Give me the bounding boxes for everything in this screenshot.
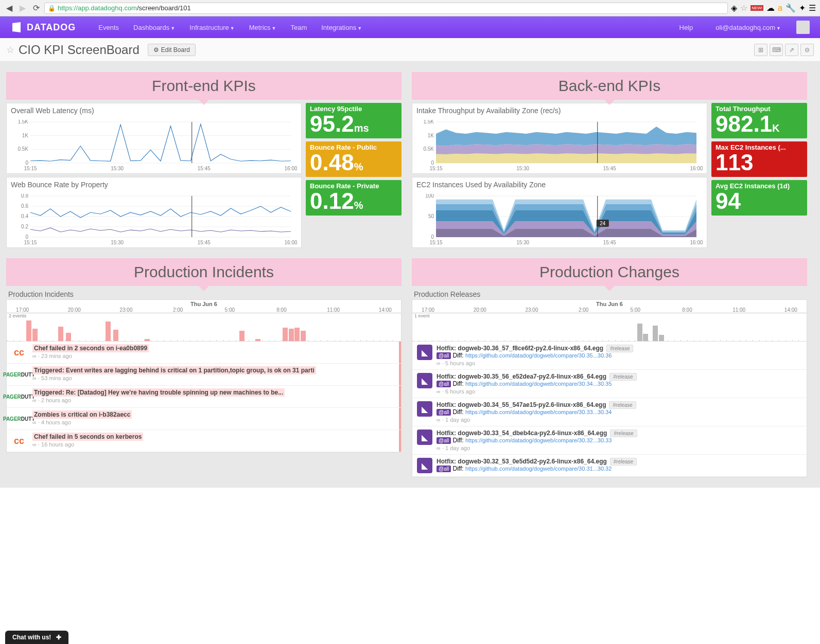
ext-icon[interactable]: ✦ xyxy=(799,3,806,13)
section-header: Production Incidents xyxy=(6,258,402,286)
diff-label: Diff: xyxy=(453,408,464,416)
event-severity-bar xyxy=(399,408,401,430)
avatar[interactable] xyxy=(796,21,810,34)
timeline-tick: 17:00 xyxy=(422,307,434,313)
svg-text:0.2: 0.2 xyxy=(21,224,28,229)
timeline-date: Thu Jun 6 xyxy=(412,300,807,307)
diff-link[interactable]: https://github.com/datadog/dogweb/compar… xyxy=(465,352,612,359)
timeline-bar xyxy=(113,330,118,342)
event-title: Hotfix: dogweb-30.36_57_f8ce6f2-py2.6-li… xyxy=(437,345,603,352)
chart-latency[interactable]: Overall Web Latency (ms) 00.5K1K1.5K15:1… xyxy=(6,103,302,174)
datadog-icon: ◣ xyxy=(417,430,432,445)
event-count: 2 events xyxy=(7,313,401,318)
kpi-value: 113 xyxy=(716,150,753,175)
datadog-icon: ◣ xyxy=(417,345,432,360)
logo[interactable]: DATADOG xyxy=(10,21,76,33)
remove-icon[interactable]: ⊖ xyxy=(800,44,814,56)
ext-icon[interactable]: 🔧 xyxy=(786,3,796,13)
back-button[interactable]: ◀ xyxy=(4,3,14,13)
svg-text:15:15: 15:15 xyxy=(24,166,37,171)
url-bar[interactable]: 🔒 https://app.datadoghq.com/screen/board… xyxy=(44,3,728,14)
kpi-tile[interactable]: Bounce Rate - Private0.12% xyxy=(306,180,402,216)
chart-bounce[interactable]: Web Bounce Rate by Property 00.20.40.60.… xyxy=(6,177,302,248)
svg-text:16:00: 16:00 xyxy=(284,166,297,171)
nav-infrastructure[interactable]: Infrastructure▼ xyxy=(182,24,242,31)
star-icon[interactable]: ☆ xyxy=(740,3,747,13)
event-item[interactable]: ◣Hotfix: dogweb-30.33_54_dbeb4ca-py2.6-l… xyxy=(412,426,807,455)
diff-link[interactable]: https://github.com/datadog/dogweb/compar… xyxy=(465,466,612,472)
svg-marker-40 xyxy=(436,153,696,163)
timeline-bar xyxy=(145,339,150,342)
svg-text:0.5K: 0.5K xyxy=(423,146,434,152)
all-badge: @all xyxy=(437,437,451,444)
nav-help[interactable]: Help xyxy=(672,24,701,31)
section-title: Production Incidents xyxy=(134,263,274,281)
user-menu[interactable]: oli@datadoghq.com▼ xyxy=(708,24,788,31)
diff-label: Diff: xyxy=(453,380,464,387)
kpi-unit: % xyxy=(354,161,363,172)
grid-icon[interactable]: ⊞ xyxy=(754,44,767,56)
kpi-column: Latency 95pctile95.2msBounce Rate - Publ… xyxy=(306,103,402,248)
section-frontend: Front-end KPIs Overall Web Latency (ms) … xyxy=(6,72,402,248)
event-count: 1 event xyxy=(412,313,807,318)
nav-integrations[interactable]: Integrations▼ xyxy=(314,24,369,31)
timeline[interactable]: Thu Jun 6 17:0020:0023:002:005:008:0011:… xyxy=(412,299,807,342)
svg-text:15:45: 15:45 xyxy=(198,240,211,245)
timeline-tick: 11:00 xyxy=(327,307,340,313)
ext-icon[interactable]: NEW! xyxy=(751,5,763,11)
event-item[interactable]: ◣Hotfix: dogweb-30.36_57_f8ce6f2-py2.6-l… xyxy=(412,342,807,370)
chart-svg: 00.20.40.60.815:1515:3015:4516:00 xyxy=(11,194,297,245)
timeline-tick: 11:00 xyxy=(732,307,745,313)
svg-text:16:00: 16:00 xyxy=(690,166,703,171)
event-item[interactable]: ccChef failed in 5 seconds on kerberos∞ … xyxy=(7,430,401,452)
event-item[interactable]: ◣Hotfix: dogweb-30.34_55_547ae15-py2.6-l… xyxy=(412,398,807,426)
event-item[interactable]: ◣Hotfix: dogweb-30.32_53_0e5d5d2-py2.6-l… xyxy=(412,455,807,477)
svg-text:100: 100 xyxy=(425,194,434,199)
gear-icon: ⚙ xyxy=(153,46,159,53)
kpi-tile[interactable]: Avg EC2 Instances (1d)94 xyxy=(711,180,807,216)
diff-link[interactable]: https://github.com/datadog/dogweb/compar… xyxy=(465,409,612,415)
kpi-tile[interactable]: Latency 95pctile95.2ms xyxy=(306,103,402,138)
timeline-bar xyxy=(32,329,38,342)
diff-link[interactable]: https://github.com/datadog/dogweb/compar… xyxy=(465,437,612,443)
kpi-tile[interactable]: Total Throughput982.1K xyxy=(711,103,807,138)
url-host: https://app.datadoghq.com xyxy=(58,4,137,12)
svg-text:0: 0 xyxy=(431,160,434,166)
star-icon[interactable]: ☆ xyxy=(6,44,14,56)
edit-board-button[interactable]: ⚙Edit Board xyxy=(148,44,196,56)
kpi-unit: % xyxy=(354,200,363,211)
svg-text:50: 50 xyxy=(428,213,434,219)
diff-label: Diff: xyxy=(453,437,464,444)
forward-button[interactable]: ▶ xyxy=(18,3,28,13)
event-item[interactable]: PAGERDUTYZombies is critical on i-b382ae… xyxy=(7,408,401,430)
keyboard-icon[interactable]: ⌨ xyxy=(770,44,783,56)
event-title: Hotfix: dogweb-30.32_53_0e5d5d2-py2.6-li… xyxy=(437,458,607,465)
ext-icon[interactable]: a xyxy=(778,4,782,13)
kpi-tile[interactable]: Max EC2 Instances (...113 xyxy=(711,141,807,177)
nav-team[interactable]: Team xyxy=(283,24,314,31)
nav-events[interactable]: Events xyxy=(91,24,126,31)
share-icon[interactable]: ⇗ xyxy=(785,44,798,56)
chart-ec2[interactable]: EC2 Instances Used by Availability Zone … xyxy=(412,177,707,248)
event-item[interactable]: ccChef failed in 2 seconds on i-ea0b0899… xyxy=(7,342,401,364)
reload-button[interactable]: ⟳ xyxy=(31,3,41,13)
nav-metrics[interactable]: Metrics▼ xyxy=(242,24,284,31)
chart-throughput[interactable]: Intake Throughput by Availability Zone (… xyxy=(412,103,707,174)
svg-text:1.5K: 1.5K xyxy=(423,120,434,124)
nav-dashboards[interactable]: Dashboards▼ xyxy=(126,24,182,31)
section-changes: Production Changes Production Releases T… xyxy=(412,258,807,477)
timeline-bar xyxy=(643,334,648,342)
diff-link[interactable]: https://github.com/datadog/dogweb/compar… xyxy=(465,381,612,387)
chart-svg: 00.5K1K1.5K15:1515:3015:4516:00 xyxy=(11,120,297,171)
svg-text:15:15: 15:15 xyxy=(429,166,442,171)
kpi-tile[interactable]: Bounce Rate - Public0.48% xyxy=(306,141,402,177)
timeline-bar xyxy=(637,324,642,342)
section-incidents: Production Incidents Production Incident… xyxy=(6,258,402,477)
ext-icon[interactable]: ◈ xyxy=(731,3,737,13)
ext-icon[interactable]: ☁ xyxy=(766,3,775,13)
menu-icon[interactable]: ☰ xyxy=(809,3,816,13)
event-item[interactable]: PAGERDUTYTriggered: Event writes are lag… xyxy=(7,364,401,386)
timeline[interactable]: Thu Jun 6 17:0020:0023:002:005:008:0011:… xyxy=(6,299,402,342)
event-item[interactable]: PAGERDUTYTriggered: Re: [Datadog] Hey we… xyxy=(7,386,401,408)
event-item[interactable]: ◣Hotfix: dogweb-30.35_56_e52dea7-py2.6-l… xyxy=(412,370,807,398)
